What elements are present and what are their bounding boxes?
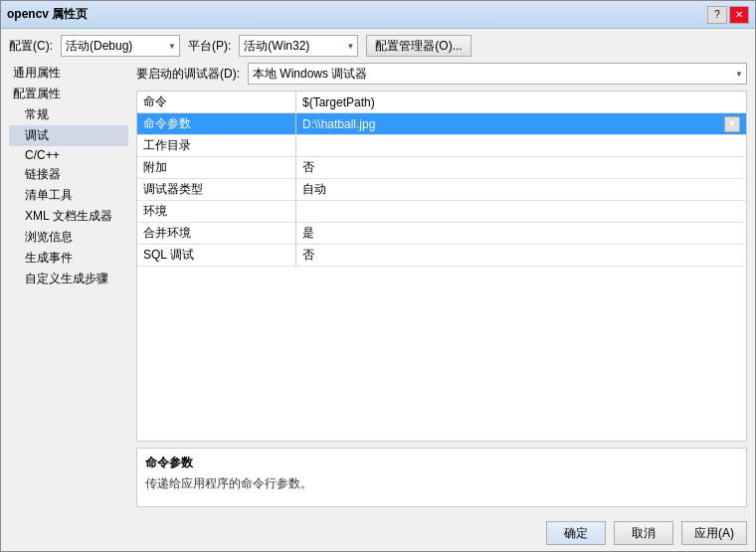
prop-value: 否 [296, 157, 746, 178]
sidebar-item-debug[interactable]: 调试 [9, 125, 128, 146]
table-row[interactable]: 工作目录 [137, 135, 746, 157]
content-area: 通用属性 配置属性 常规 调试 C/C++ 链接器 清单工具 XML 文档生成器… [1, 63, 755, 515]
info-desc: 传递给应用程序的命令行参数。 [145, 475, 738, 492]
footer: 确定 取消 应用(A) [1, 515, 755, 551]
table-row[interactable]: 合并环境是 [137, 223, 746, 245]
sidebar-item-manifest[interactable]: 清单工具 [9, 185, 128, 206]
config-select[interactable]: 活动(Debug) [61, 35, 180, 57]
table-row[interactable]: 环境 [137, 201, 746, 223]
debugger-row: 要启动的调试器(D): 本地 Windows 调试器 [136, 63, 747, 85]
sidebar: 通用属性 配置属性 常规 调试 C/C++ 链接器 清单工具 XML 文档生成器… [9, 63, 128, 507]
prop-key: 合并环境 [137, 223, 296, 244]
debugger-select[interactable]: 本地 Windows 调试器 [248, 63, 747, 85]
sidebar-section-config[interactable]: 配置属性 [9, 84, 128, 104]
prop-value [296, 201, 746, 222]
prop-value: 自动 [296, 179, 746, 200]
prop-value: 是 [296, 223, 746, 244]
debugger-select-wrapper: 本地 Windows 调试器 [248, 63, 747, 85]
info-panel: 命令参数 传递给应用程序的命令行参数。 [136, 448, 747, 507]
prop-key: 命令 [137, 92, 296, 112]
title-buttons: ? ✕ [707, 6, 749, 24]
table-row[interactable]: SQL 调试否 [137, 245, 746, 267]
help-button[interactable]: ? [707, 6, 727, 24]
platform-select-wrapper: 活动(Win32) [239, 35, 358, 57]
sidebar-item-custom-build[interactable]: 自定义生成步骤 [9, 269, 128, 289]
prop-key: 调试器类型 [137, 179, 296, 200]
prop-value: $(TargetPath) [296, 92, 746, 112]
table-row[interactable]: 附加否 [137, 157, 746, 179]
sidebar-item-build-events[interactable]: 生成事件 [9, 248, 128, 269]
table-row[interactable]: 命令$(TargetPath) [137, 92, 746, 113]
table-row[interactable]: 调试器类型自动 [137, 179, 746, 201]
props-table: 命令$(TargetPath)命令参数▼工作目录附加否调试器类型自动环境合并环境… [136, 91, 747, 442]
config-label: 配置(C): [9, 38, 53, 55]
sidebar-item-browse[interactable]: 浏览信息 [9, 227, 128, 248]
sidebar-item-linker[interactable]: 链接器 [9, 164, 128, 185]
cancel-button[interactable]: 取消 [614, 521, 673, 545]
ok-button[interactable]: 确定 [546, 521, 606, 545]
manage-config-button[interactable]: 配置管理器(O)... [366, 35, 471, 57]
config-select-wrapper: 活动(Debug) [61, 35, 180, 57]
prop-key: 命令参数 [137, 113, 296, 134]
platform-select[interactable]: 活动(Win32) [239, 35, 358, 57]
close-button[interactable]: ✕ [729, 6, 749, 24]
prop-key: SQL 调试 [137, 245, 296, 266]
prop-value[interactable]: ▼ [296, 113, 746, 134]
main-panel: 要启动的调试器(D): 本地 Windows 调试器 命令$(TargetPat… [136, 63, 747, 507]
prop-key: 环境 [137, 201, 296, 222]
prop-key: 工作目录 [137, 135, 296, 156]
props-rows: 命令$(TargetPath)命令参数▼工作目录附加否调试器类型自动环境合并环境… [137, 92, 746, 267]
toolbar: 配置(C): 活动(Debug) 平台(P): 活动(Win32) 配置管理器(… [1, 29, 755, 63]
prop-key: 附加 [137, 157, 296, 178]
prop-value-dropdown-btn[interactable]: ▼ [724, 116, 740, 132]
debugger-label: 要启动的调试器(D): [136, 66, 240, 83]
prop-value: 否 [296, 245, 746, 266]
sidebar-item-xml[interactable]: XML 文档生成器 [9, 206, 128, 227]
main-window: opencv 属性页 ? ✕ 配置(C): 活动(Debug) 平台(P): 活… [0, 0, 756, 552]
title-bar: opencv 属性页 ? ✕ [1, 1, 755, 29]
prop-value-input[interactable] [302, 117, 724, 131]
sidebar-item-cpp[interactable]: C/C++ [9, 146, 128, 164]
apply-button[interactable]: 应用(A) [681, 521, 747, 545]
window-title: opencv 属性页 [7, 6, 88, 23]
sidebar-section-general[interactable]: 通用属性 [9, 63, 128, 84]
platform-label: 平台(P): [188, 38, 231, 55]
table-row[interactable]: 命令参数▼ [137, 113, 746, 135]
info-title: 命令参数 [145, 455, 738, 471]
sidebar-item-general[interactable]: 常规 [9, 104, 128, 125]
prop-value [296, 135, 746, 156]
